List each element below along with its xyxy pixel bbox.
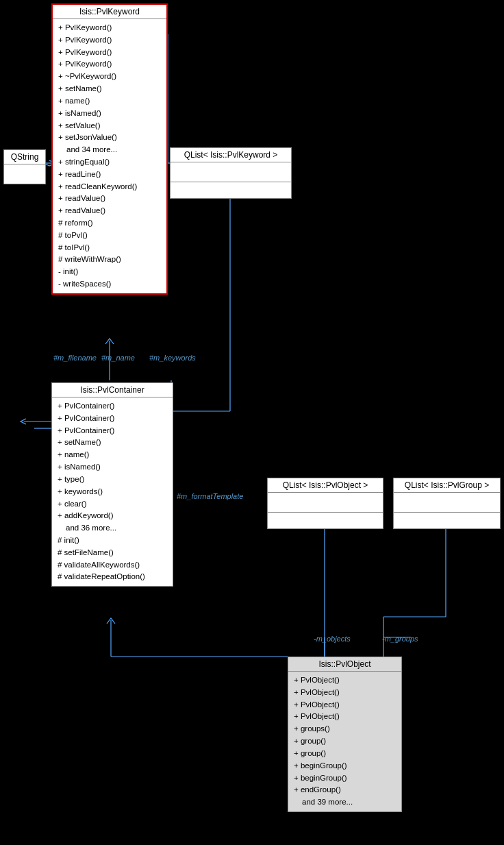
obj-method-9: + beginGroup() [294, 772, 396, 785]
qlist-pvlgroup-title: QList< Isis::PvlGroup > [394, 478, 500, 493]
obj-method-4: + PvlObject() [294, 711, 396, 723]
m-filename-label: #m_filename [53, 354, 97, 362]
pvl-object-box: Isis::PvlObject + PvlObject() + PvlObjec… [288, 657, 402, 812]
cont-method-12: # setFileName() [58, 547, 167, 559]
qstring-box: QString [3, 149, 46, 184]
method-21: - writeSpaces() [58, 278, 161, 291]
method-1: + PvlKeyword() [58, 22, 161, 34]
pvl-container-title: Isis::PvlContainer [52, 383, 173, 397]
m-format-template-label: #m_formatTemplate [177, 492, 243, 500]
obj-method-10: + endGroup() [294, 784, 396, 796]
method-15: + readValue() [58, 205, 161, 217]
cont-method-1: + PvlContainer() [58, 400, 167, 413]
cont-method-3: + PvlContainer() [58, 425, 167, 437]
cont-method-14: # validateRepeatOption() [58, 571, 167, 583]
cont-method-13: # validateAllKeywords() [58, 559, 167, 572]
method-10: + setJsonValue() [58, 132, 161, 144]
cont-method-6: + isNamed() [58, 461, 167, 474]
method-17: # toPvl() [58, 230, 161, 242]
obj-method-5: + groups() [294, 723, 396, 735]
qlist-pvlkeyword-box: QList< Isis::PvlKeyword > [170, 147, 292, 199]
pvl-keyword-title: Isis::PvlKeyword [53, 5, 166, 19]
m-keywords-label: #m_keywords [149, 354, 196, 362]
obj-method-3: + PvlObject() [294, 699, 396, 711]
obj-method-more: and 39 more... [294, 796, 396, 809]
method-19: # writeWithWrap() [58, 254, 161, 266]
qlist-pvlobject-title: QList< Isis::PvlObject > [268, 478, 383, 493]
cont-method-4: + setName() [58, 437, 167, 449]
method-9: + setValue() [58, 120, 161, 132]
method-6: + setName() [58, 83, 161, 95]
pvl-object-title: Isis::PvlObject [288, 657, 401, 672]
method-2: + PvlKeyword() [58, 34, 161, 47]
method-8: + isNamed() [58, 108, 161, 120]
qlist-pvlobject-box: QList< Isis::PvlObject > [267, 478, 383, 529]
cont-method-9: + clear() [58, 498, 167, 511]
cont-method-2: + PvlContainer() [58, 413, 167, 425]
method-7: + name() [58, 95, 161, 108]
cont-method-11: # init() [58, 535, 167, 547]
obj-method-6: + group() [294, 735, 396, 748]
method-more-1: and 34 more... [58, 144, 161, 156]
obj-method-1: + PvlObject() [294, 674, 396, 687]
obj-method-7: + group() [294, 748, 396, 760]
qstring-title: QString [4, 150, 45, 164]
cont-method-more: and 36 more... [58, 522, 167, 535]
pvl-object-methods: + PvlObject() + PvlObject() + PvlObject(… [288, 672, 401, 811]
m-objects-label: -m_objects [314, 635, 351, 643]
obj-method-8: + beginGroup() [294, 760, 396, 772]
cont-method-7: + type() [58, 474, 167, 486]
pvl-container-methods: + PvlContainer() + PvlContainer() + PvlC… [52, 397, 173, 586]
cont-method-10: + addKeyword() [58, 510, 167, 522]
method-16: # reform() [58, 217, 161, 230]
method-4: + PvlKeyword() [58, 58, 161, 71]
method-11: + stringEqual() [58, 156, 161, 169]
method-18: # toIPvl() [58, 242, 161, 254]
m-groups-label: -m_groups [382, 635, 418, 643]
method-14: + readValue() [58, 193, 161, 205]
qlist-pvlkeyword-title: QList< Isis::PvlKeyword > [171, 148, 291, 162]
method-5: + ~PvlKeyword() [58, 71, 161, 83]
obj-method-2: + PvlObject() [294, 687, 396, 699]
method-3: + PvlKeyword() [58, 47, 161, 59]
method-12: + readLine() [58, 169, 161, 181]
pvl-container-box: Isis::PvlContainer + PvlContainer() + Pv… [51, 382, 173, 587]
pvl-keyword-box: Isis::PvlKeyword + PvlKeyword() + PvlKey… [51, 3, 168, 295]
pvl-keyword-methods: + PvlKeyword() + PvlKeyword() + PvlKeywo… [53, 19, 166, 293]
method-20: - init() [58, 266, 161, 278]
m-name-label: #m_name [101, 354, 135, 362]
qlist-pvlgroup-box: QList< Isis::PvlGroup > [393, 478, 501, 529]
method-13: + readCleanKeyword() [58, 181, 161, 193]
cont-method-5: + name() [58, 449, 167, 461]
cont-method-8: + keywords() [58, 486, 167, 498]
